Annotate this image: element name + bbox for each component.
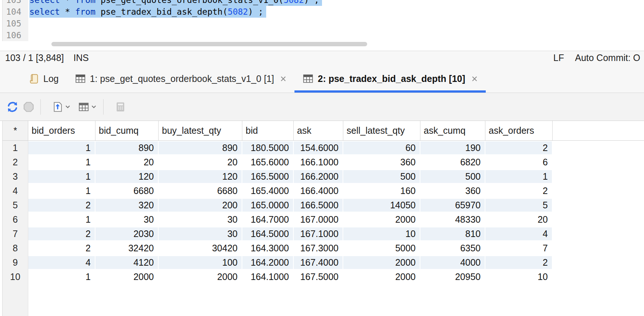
- column-header[interactable]: *: [3, 121, 28, 140]
- tab-result-1[interactable]: 1: pse_get_quotes_orderbook_stats_v1_0 […: [67, 65, 295, 93]
- table-cell[interactable]: 4: [28, 256, 95, 269]
- table-cell[interactable]: 6: [485, 156, 552, 169]
- code-line[interactable]: 105: [0, 18, 322, 29]
- table-cell[interactable]: 166.1000: [294, 156, 343, 169]
- table-cell[interactable]: 10: [343, 227, 420, 240]
- table-cell[interactable]: 190: [420, 141, 485, 154]
- table-cell[interactable]: 48330: [420, 213, 485, 226]
- table-cell[interactable]: 500: [343, 170, 420, 183]
- table-cell[interactable]: 30: [159, 227, 242, 240]
- column-header[interactable]: ask_orders: [485, 121, 553, 140]
- table-cell[interactable]: 164.3000: [242, 242, 293, 255]
- row-number-cell[interactable]: 6: [3, 212, 28, 227]
- table-cell[interactable]: 360: [420, 184, 485, 197]
- tab-close-icon[interactable]: [280, 76, 286, 82]
- table-cell[interactable]: 167.1000: [294, 227, 343, 240]
- refresh-button[interactable]: [6, 100, 19, 114]
- tab-log[interactable]: Log: [21, 65, 67, 93]
- table-cell[interactable]: 32420: [95, 242, 158, 255]
- table-cell[interactable]: 165.0000: [242, 199, 293, 212]
- table-cell[interactable]: 6680: [95, 184, 158, 197]
- table-cell[interactable]: 4120: [95, 256, 158, 269]
- table-cell[interactable]: 167.3000: [294, 242, 343, 255]
- caret-position-indicator[interactable]: 103 / 1 [3,848]: [5, 51, 64, 65]
- table-cell[interactable]: 500: [420, 170, 485, 183]
- column-header[interactable]: ask_cumq: [420, 121, 485, 140]
- chevron-down-icon[interactable]: [91, 105, 97, 109]
- auto-commit-indicator[interactable]: Auto Commit: O: [575, 51, 640, 65]
- chevron-down-icon[interactable]: [65, 105, 70, 109]
- table-cell[interactable]: 360: [343, 156, 420, 169]
- table-cell[interactable]: 4000: [420, 256, 485, 269]
- table-cell[interactable]: 6350: [420, 242, 485, 255]
- table-cell[interactable]: 6820: [420, 156, 485, 169]
- table-cell[interactable]: 166.4000: [294, 184, 343, 197]
- table-cell[interactable]: 166.5000: [294, 199, 343, 212]
- table-cell[interactable]: 120: [95, 170, 158, 183]
- table-cell[interactable]: 180.5000: [242, 141, 293, 154]
- table-cell[interactable]: 165.4000: [242, 184, 293, 197]
- table-cell[interactable]: 60: [343, 141, 420, 154]
- table-cell[interactable]: 164.7000: [242, 213, 293, 226]
- sql-editor[interactable]: 103select * from pse_get_quotes_orderboo…: [0, 0, 644, 51]
- table-cell[interactable]: 4: [485, 227, 552, 240]
- table-cell[interactable]: 6680: [159, 184, 242, 197]
- table-cell[interactable]: 166.2000: [294, 170, 343, 183]
- tab-close-icon[interactable]: [471, 76, 478, 82]
- table-cell[interactable]: 5: [485, 199, 552, 212]
- table-cell[interactable]: 164.1000: [242, 270, 293, 283]
- table-cell[interactable]: 120: [159, 170, 242, 183]
- table-cell[interactable]: 7: [485, 242, 552, 255]
- table-cell[interactable]: 165.5000: [242, 170, 293, 183]
- table-cell[interactable]: 1: [28, 141, 95, 154]
- row-number-cell[interactable]: 1: [3, 141, 28, 155]
- row-number-cell[interactable]: 4: [3, 184, 28, 198]
- table-cell[interactable]: 2000: [343, 213, 420, 226]
- table-cell[interactable]: 1: [28, 156, 95, 169]
- table-cell[interactable]: 2: [28, 227, 95, 240]
- view-options-button[interactable]: [77, 100, 90, 114]
- calculator-button[interactable]: [114, 100, 127, 114]
- table-cell[interactable]: 2000: [343, 256, 420, 269]
- table-cell[interactable]: 1: [28, 184, 95, 197]
- table-cell[interactable]: 2000: [95, 270, 158, 283]
- row-number-cell[interactable]: 7: [3, 227, 28, 241]
- row-number-cell[interactable]: 10: [3, 270, 28, 284]
- code-line[interactable]: 104select * from pse_tradex_bid_ask_dept…: [0, 6, 322, 18]
- table-cell[interactable]: 167.5000: [294, 270, 343, 283]
- table-cell[interactable]: 2: [485, 184, 552, 197]
- code-line[interactable]: 103select * from pse_get_quotes_orderboo…: [0, 0, 322, 6]
- table-cell[interactable]: 30420: [159, 242, 242, 255]
- table-cell[interactable]: 30: [159, 213, 242, 226]
- table-cell[interactable]: 167.4000: [294, 256, 343, 269]
- table-cell[interactable]: 165.6000: [242, 156, 293, 169]
- row-number-cell[interactable]: 2: [3, 155, 28, 169]
- table-cell[interactable]: 160: [343, 184, 420, 197]
- table-cell[interactable]: 14050: [343, 199, 420, 212]
- column-header[interactable]: bid_orders: [28, 121, 95, 140]
- table-cell[interactable]: 65970: [420, 199, 485, 212]
- table-cell[interactable]: 320: [95, 199, 158, 212]
- table-cell[interactable]: 890: [95, 141, 158, 154]
- row-number-cell[interactable]: 5: [3, 198, 28, 212]
- table-cell[interactable]: 1: [485, 170, 552, 183]
- table-cell[interactable]: 10: [485, 270, 552, 283]
- table-cell[interactable]: 2030: [95, 227, 158, 240]
- row-number-cell[interactable]: 9: [3, 255, 28, 270]
- table-cell[interactable]: 890: [159, 141, 242, 154]
- column-header[interactable]: ask: [294, 121, 343, 140]
- table-cell[interactable]: 20: [95, 156, 158, 169]
- table-cell[interactable]: 167.0000: [294, 213, 343, 226]
- line-separator-indicator[interactable]: LF: [553, 51, 564, 65]
- table-cell[interactable]: 20950: [420, 270, 485, 283]
- column-header[interactable]: bid_cumq: [95, 121, 159, 140]
- column-header[interactable]: sell_latest_qty: [343, 121, 420, 140]
- table-cell[interactable]: 2000: [159, 270, 242, 283]
- insert-mode-indicator[interactable]: INS: [73, 51, 89, 65]
- table-cell[interactable]: 200: [159, 199, 242, 212]
- table-cell[interactable]: 164.5000: [242, 227, 293, 240]
- table-cell[interactable]: 2: [28, 199, 95, 212]
- editor-hscrollbar-thumb[interactable]: [51, 42, 367, 46]
- editor-lines[interactable]: 103select * from pse_get_quotes_orderboo…: [0, 0, 322, 41]
- table-cell[interactable]: 164.2000: [242, 256, 293, 269]
